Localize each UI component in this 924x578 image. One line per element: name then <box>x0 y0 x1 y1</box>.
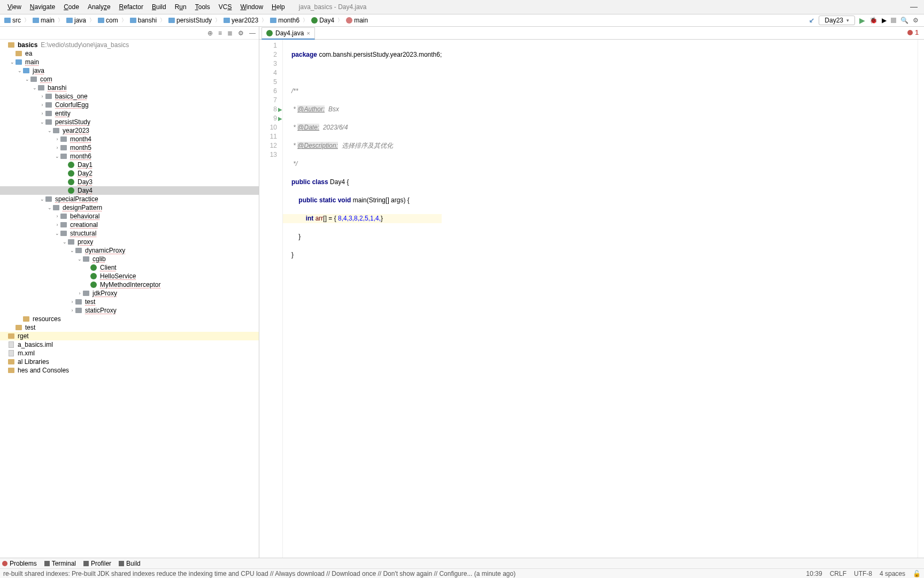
tree-twisty-icon[interactable]: › <box>70 308 75 313</box>
tree-twisty-icon[interactable]: ⌄ <box>17 68 22 73</box>
readonly-lock-icon[interactable]: 🔓 <box>913 570 921 577</box>
code-area[interactable]: 1234 567 8▶ 9▶ 10111213 package com.bans… <box>259 40 924 558</box>
menu-view[interactable]: View <box>3 2 26 12</box>
menu-analyze[interactable]: Analyze <box>83 2 115 12</box>
tree-row[interactable]: ›test <box>0 298 259 306</box>
tree-row[interactable]: HelloService <box>0 272 259 280</box>
tree-twisty-icon[interactable]: › <box>40 94 45 99</box>
crumb-year2023[interactable]: year2023 <box>221 17 260 24</box>
tree-row[interactable]: Day1 <box>0 161 259 169</box>
tree-twisty-icon[interactable]: › <box>70 299 75 305</box>
tree-row[interactable]: ⌄banshi <box>0 83 259 92</box>
tree-row[interactable]: ⌄main <box>0 58 259 66</box>
tree-row[interactable]: ›basics_one <box>0 92 259 101</box>
tree-row[interactable]: ›entity <box>0 109 259 118</box>
tree-twisty-icon[interactable]: › <box>77 291 82 296</box>
menu-help[interactable]: Help <box>267 2 289 12</box>
tree-twisty-icon[interactable]: ⌄ <box>77 256 82 262</box>
run-gutter-icon[interactable]: ▶ <box>278 105 282 114</box>
tree-row[interactable]: ⌄java <box>0 66 259 75</box>
tree-row[interactable]: ›month5 <box>0 143 259 152</box>
tree-row[interactable]: Client <box>0 263 259 272</box>
tree-row[interactable]: hes and Consoles <box>0 366 259 375</box>
menu-refactor[interactable]: Refactor <box>115 2 148 12</box>
tree-twisty-icon[interactable]: › <box>55 136 60 142</box>
crumb-java[interactable]: java <box>64 17 88 24</box>
tree-twisty-icon[interactable]: › <box>40 111 45 116</box>
tree-twisty-icon[interactable]: › <box>55 145 60 150</box>
code-text[interactable]: package com.banshi.persistStudy.year2023… <box>283 40 442 558</box>
build-tab[interactable]: Build <box>119 560 141 567</box>
settings-icon[interactable]: ⚙ <box>913 17 919 24</box>
tree-row[interactable]: ›creational <box>0 220 259 229</box>
collapse-icon[interactable]: ≣ <box>227 29 233 37</box>
tree-row[interactable]: ⌄year2023 <box>0 126 259 135</box>
tree-row[interactable]: rget <box>0 332 259 340</box>
tree-row[interactable]: basicsE:\vedio\study\one\java_basics <box>0 41 259 49</box>
menu-run[interactable]: Run <box>171 2 191 12</box>
tree-row[interactable]: ⌄month6 <box>0 152 259 161</box>
crumb-mainmethod[interactable]: main <box>344 17 370 24</box>
run-button[interactable]: ▶ <box>859 16 865 25</box>
tree-row[interactable]: al Libraries <box>0 358 259 366</box>
tree-row[interactable]: ⌄designPattern <box>0 203 259 212</box>
crumb-banshi[interactable]: banshi <box>128 17 159 24</box>
tree-row[interactable]: Day3 <box>0 178 259 186</box>
error-stripe[interactable] <box>918 40 924 558</box>
error-indicator[interactable]: 1 <box>907 29 919 36</box>
coverage-button[interactable]: ▶ <box>882 17 887 24</box>
tree-row[interactable]: Day2 <box>0 169 259 178</box>
tree-twisty-icon[interactable]: › <box>55 214 60 219</box>
debug-button[interactable]: 🐞 <box>869 17 877 24</box>
tree-row[interactable]: ea <box>0 49 259 58</box>
tree-twisty-icon[interactable]: ⌄ <box>40 196 45 202</box>
menu-vcs[interactable]: VCS <box>214 2 236 12</box>
caret-position[interactable]: 10:39 <box>806 570 822 577</box>
hide-icon[interactable]: — <box>249 29 256 37</box>
build-icon[interactable]: ↙ <box>809 17 814 24</box>
crumb-month6[interactable]: month6 <box>268 17 302 24</box>
tree-twisty-icon[interactable]: › <box>40 102 45 108</box>
tree-twisty-icon[interactable]: ⌄ <box>40 119 45 125</box>
crumb-com[interactable]: com <box>96 17 120 24</box>
problems-tab[interactable]: Problems <box>2 560 37 567</box>
profiler-tab[interactable]: Profiler <box>83 560 111 567</box>
window-minimize-icon[interactable]: — <box>910 2 918 11</box>
tree-twisty-icon[interactable]: ⌄ <box>55 231 60 236</box>
tree-twisty-icon[interactable]: ⌄ <box>32 85 37 90</box>
tree-row[interactable]: ›ColorfulEgg <box>0 101 259 109</box>
encoding[interactable]: UTF-8 <box>854 570 872 577</box>
editor-tab-day4[interactable]: Day4.java × <box>261 27 315 40</box>
crumb-main[interactable]: main <box>30 17 57 24</box>
status-message[interactable]: re-built shared indexes: Pre-built JDK s… <box>3 570 799 577</box>
tree-row[interactable]: ›jdkProxy <box>0 289 259 298</box>
menu-build[interactable]: Build <box>148 2 171 12</box>
menu-tools[interactable]: Tools <box>191 2 214 12</box>
tree-row[interactable]: test <box>0 323 259 332</box>
stop-button[interactable] <box>891 18 896 23</box>
tree-twisty-icon[interactable]: ⌄ <box>47 128 52 133</box>
locate-icon[interactable]: ⊕ <box>207 29 213 37</box>
tree-twisty-icon[interactable]: ⌄ <box>70 248 75 253</box>
tree-row[interactable]: ›month4 <box>0 135 259 143</box>
tree-twisty-icon[interactable]: › <box>55 222 60 227</box>
search-icon[interactable]: 🔍 <box>900 17 908 24</box>
tree-row[interactable]: MyMethodInterceptor <box>0 280 259 289</box>
tree-row[interactable]: m.xml <box>0 349 259 358</box>
crumb-persiststudy[interactable]: persistStudy <box>166 17 214 24</box>
crumb-src[interactable]: src <box>2 17 23 24</box>
tree-twisty-icon[interactable]: ⌄ <box>25 77 30 82</box>
tree-row[interactable]: ⌄cglib <box>0 255 259 263</box>
terminal-tab[interactable]: Terminal <box>44 560 76 567</box>
project-tree[interactable]: basicsE:\vedio\study\one\java_basicsea⌄m… <box>0 40 259 558</box>
tree-twisty-icon[interactable]: ⌄ <box>10 59 15 65</box>
tree-row[interactable]: Day4 <box>0 186 259 195</box>
tree-row[interactable]: ⌄specialPractice <box>0 195 259 203</box>
tree-row[interactable]: resources <box>0 315 259 323</box>
tree-row[interactable]: ⌄persistStudy <box>0 118 259 126</box>
tree-row[interactable]: ⌄structural <box>0 229 259 238</box>
tree-row[interactable]: ⌄com <box>0 75 259 83</box>
tree-row[interactable]: ›staticProxy <box>0 306 259 315</box>
run-gutter-icon[interactable]: ▶ <box>278 114 282 123</box>
tree-twisty-icon[interactable]: ⌄ <box>55 154 60 159</box>
